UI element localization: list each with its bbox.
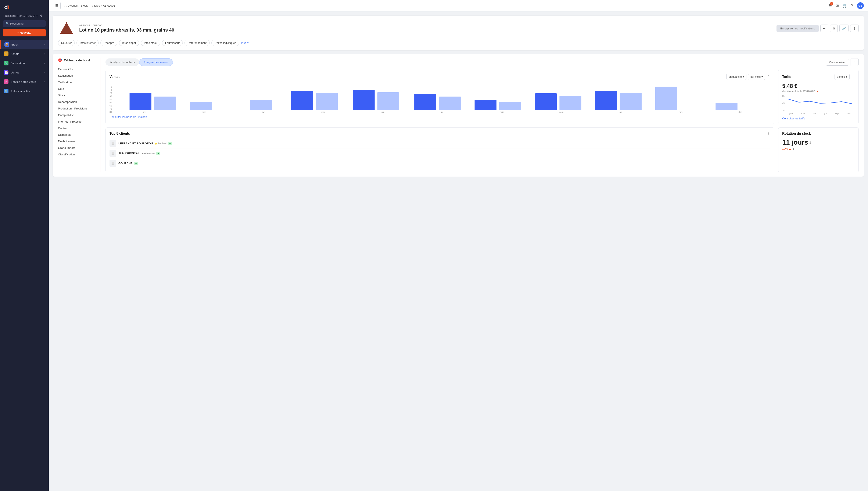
menu-grand-import[interactable]: Grand import (58, 145, 95, 151)
tab-analyse-ventes[interactable]: Analyse des ventes (139, 58, 173, 66)
client-name-1: LEFRANC ET BOURGEOIS ⭐ habituel A (118, 142, 771, 145)
mail-icon[interactable]: ✉ (836, 3, 839, 8)
user-avatar[interactable]: GB (857, 2, 864, 9)
svg-rect-11 (475, 100, 497, 110)
period-filter[interactable]: par mois ▾ (748, 74, 765, 80)
list-icon[interactable]: ☰ 3 (829, 3, 832, 8)
quantity-filter[interactable]: en quantité ▾ (726, 74, 747, 80)
fabrication-icon: 🔧 (4, 61, 8, 65)
menu-cout[interactable]: Coût (58, 86, 95, 92)
sidebar-item-autres[interactable]: ⚙️ Autres activités (0, 86, 49, 96)
tab-infos-internet[interactable]: Infos internet (77, 40, 99, 46)
svg-rect-16 (620, 93, 642, 110)
link-button[interactable]: 🔗 (839, 25, 848, 32)
more-button[interactable]: ⋮ (850, 25, 859, 32)
search-icon: 🔍 (5, 22, 9, 25)
tarifs-link[interactable]: Consulter les tarifs (782, 117, 855, 120)
breadcrumb-stock[interactable]: Stock (81, 4, 88, 7)
ventes-chart-more[interactable]: ⋮ (767, 75, 771, 79)
new-button[interactable]: + Nouveau (3, 29, 46, 36)
dashboard-icon: 🎯 (58, 58, 62, 62)
client-row-2: ⬜ SUN CHEMICAL de référence A (110, 148, 771, 158)
top5-more[interactable]: ⋮ (767, 132, 771, 136)
tab-infos-depot[interactable]: Infos dépôt (119, 40, 139, 46)
menu-stock[interactable]: Stock (58, 92, 95, 99)
tab-unites-logistiques[interactable]: Unités logistiques (212, 40, 239, 46)
search-bar[interactable]: 🔍 Rechercher (3, 20, 46, 27)
copy-button[interactable]: ⧉ (830, 25, 838, 32)
sidebar-item-stock[interactable]: 📦 Stock ‹ (0, 40, 49, 49)
tab-sous-ref[interactable]: Sous-ref (58, 40, 75, 46)
breadcrumb-articles[interactable]: Articles (91, 4, 100, 7)
dashboard-menu: 🎯 Tableaux de bord Généralités Statistiq… (58, 58, 101, 172)
ventes-chart-title: Ventes (110, 75, 120, 79)
tab-analyse-achats[interactable]: Analyse des achats (106, 58, 139, 66)
hamburger-button[interactable]: ☰ (53, 2, 61, 9)
sidebar-label-achats: Achats (10, 52, 19, 55)
rotation-info-icon[interactable]: ℹ (810, 141, 811, 144)
line-chart: janv. mars mai juil. sept. nov. (786, 95, 855, 115)
history-button[interactable]: ↩ (820, 25, 829, 32)
help-icon[interactable]: ? (851, 3, 853, 8)
chevron-icon-fabrication: ‹ (44, 62, 45, 64)
menu-classification[interactable]: Classification (58, 151, 95, 158)
dashboard-tabs: Analyse des achats Analyse des ventes Pe… (106, 58, 859, 66)
sidebar-company: Packindus Fran... (PACKFR) ⚙ (0, 13, 49, 20)
rotation-more[interactable]: ⋮ (851, 132, 855, 136)
svg-rect-4 (250, 100, 272, 110)
svg-rect-5 (291, 91, 313, 110)
cart-icon[interactable]: 🛒 (843, 3, 847, 8)
menu-production[interactable]: Production - Prévisions (58, 105, 95, 112)
menu-contrat[interactable]: Contrat (58, 125, 95, 132)
sidebar-label-ventes: Ventes (10, 71, 19, 74)
menu-decomposition[interactable]: Décomposition (58, 99, 95, 105)
sidebar-label-autres: Autres activités (10, 90, 30, 93)
logo-icon: di (4, 4, 9, 10)
search-label: Rechercher (10, 22, 24, 25)
menu-devis-travaux[interactable]: Devis travaux (58, 138, 95, 145)
top5-card: Top 5 clients ⋮ ⬜ LEFRANC ET BOURGEOIS ⭐… (106, 127, 774, 172)
menu-internet-protection[interactable]: Internet - Protection (58, 118, 95, 125)
save-button[interactable]: Enregistrer les modifications (777, 25, 819, 32)
rotation-info-icon2[interactable]: ℹ (793, 147, 794, 150)
article-tabs: Sous-ref Infos internet Réappro Infos dé… (58, 40, 859, 46)
rotation-card: Rotation du stock ⋮ 11 jours ℹ 18% ▲ ℹ (778, 127, 859, 172)
article-ref: ARTICLE - ABR0001 (79, 24, 772, 27)
gear-icon[interactable]: ⚙ (40, 14, 43, 17)
menu-statistiques[interactable]: Statistiques (58, 73, 95, 79)
personnaliser-button[interactable]: Personnaliser (826, 59, 849, 66)
menu-comptabilite[interactable]: Comptabilité (58, 112, 95, 118)
client-name-3: GOUACHE A (118, 162, 771, 165)
svg-rect-7 (353, 90, 374, 110)
rotation-sub: 18% ▲ ℹ (782, 147, 855, 150)
notification-badge: 3 (830, 2, 833, 5)
menu-tarification[interactable]: Tarification (58, 79, 95, 86)
svg-rect-12 (499, 102, 521, 110)
sidebar-item-service[interactable]: 🛠 Service après-vente ‹ (0, 77, 49, 86)
tab-fournisseur[interactable]: Fournisseur (162, 40, 183, 46)
menu-generalites[interactable]: Généralités (58, 66, 95, 73)
tab-infos-stock[interactable]: Infos stock (141, 40, 160, 46)
ref-badge: de référence (141, 152, 155, 154)
rotation-days: 11 jours ℹ (782, 139, 855, 146)
sidebar-item-achats[interactable]: 🛒 Achats ‹ (0, 49, 49, 58)
top5-title: Top 5 clients (110, 132, 130, 136)
tarifs-filter[interactable]: Ventes ▾ (835, 74, 849, 80)
chevron-icon: ‹ (44, 43, 45, 46)
tab-reappro[interactable]: Réappro (101, 40, 117, 46)
dashboard-more-button[interactable]: ⋮ (850, 58, 859, 66)
trend-up-icon: ▲ (816, 90, 819, 93)
tab-referencement[interactable]: Référencement (185, 40, 210, 46)
sidebar-item-ventes[interactable]: 📈 Ventes ‹ (0, 68, 49, 77)
svg-rect-1 (130, 93, 151, 110)
client-icon-3: ⬜ (110, 160, 116, 167)
svg-rect-3 (190, 102, 212, 110)
livraison-link[interactable]: Consulter les bons de livraison (110, 115, 771, 119)
sidebar-item-fabrication[interactable]: 🔧 Fabrication ‹ (0, 58, 49, 68)
tarifs-chart-more[interactable]: ⋮ (851, 75, 855, 79)
breadcrumb-accueil[interactable]: Accueil (68, 4, 78, 7)
menu-disponible[interactable]: Disponible (58, 132, 95, 138)
more-tabs-button[interactable]: Plus ▾ (241, 40, 249, 46)
svg-rect-17 (655, 87, 677, 110)
svg-rect-9 (414, 94, 436, 110)
